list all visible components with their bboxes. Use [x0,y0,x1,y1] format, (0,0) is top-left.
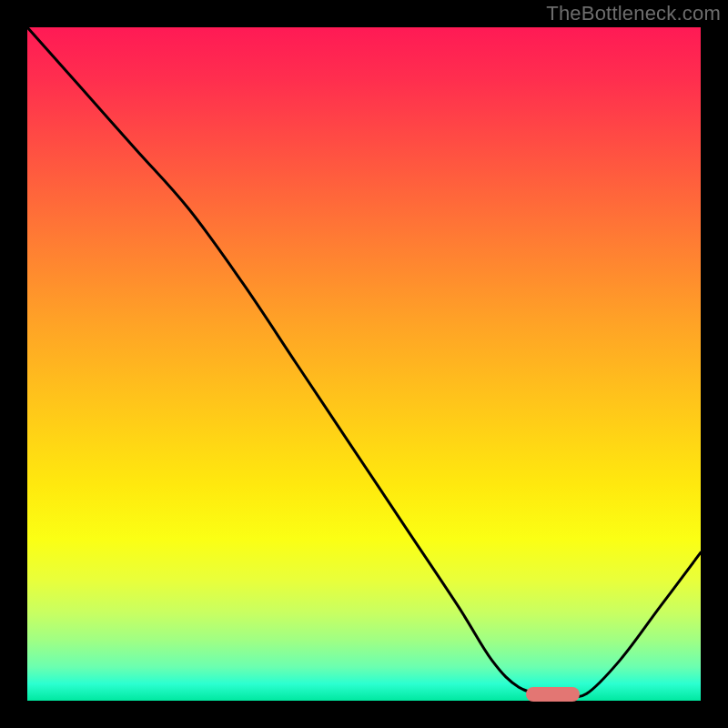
bottleneck-curve [27,27,701,701]
watermark-text: TheBottleneck.com [546,2,721,25]
plot-area [27,27,701,701]
optimal-range-marker [526,687,580,702]
chart-frame: TheBottleneck.com [0,0,728,728]
